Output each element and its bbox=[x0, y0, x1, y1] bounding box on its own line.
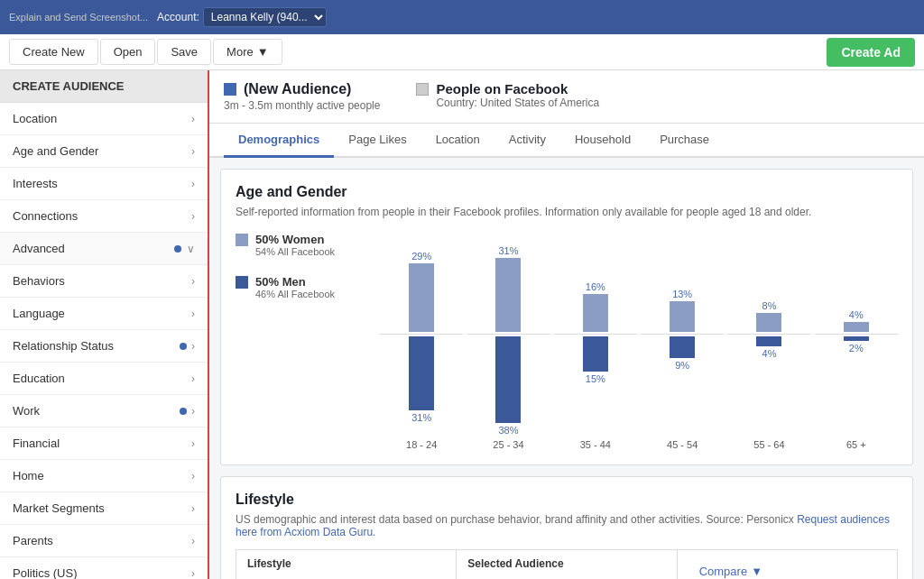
chart-legend: 50% Women 54% All Facebook 50% Men 46% A… bbox=[236, 233, 344, 450]
men-bar bbox=[583, 336, 608, 372]
create-new-button[interactable]: Create New bbox=[9, 39, 98, 65]
men-bar-container: 2% bbox=[844, 336, 869, 436]
men-bar-label: 9% bbox=[675, 360, 689, 371]
men-bar-container: 38% bbox=[495, 336, 521, 436]
men-bar bbox=[844, 336, 869, 341]
men-pct: 50% Men bbox=[255, 275, 335, 289]
sidebar-item-work[interactable]: Work › bbox=[0, 395, 208, 427]
divider bbox=[727, 334, 810, 335]
sidebar-item-label: Parents bbox=[13, 534, 53, 547]
account-dropdown[interactable]: Leanna Kelly (940... bbox=[203, 7, 327, 27]
sidebar-item-market-segments[interactable]: Market Segments › bbox=[0, 492, 208, 525]
save-button[interactable]: Save bbox=[157, 39, 211, 65]
chevron-right-icon: › bbox=[191, 308, 195, 320]
people-label: People on Facebook bbox=[436, 81, 599, 96]
age-label: 18 - 24 bbox=[406, 439, 437, 450]
tab-demographics[interactable]: Demographics bbox=[224, 124, 334, 158]
sidebar-item-financial[interactable]: Financial › bbox=[0, 427, 208, 460]
tab-location[interactable]: Location bbox=[421, 124, 494, 158]
chevron-right-icon: › bbox=[191, 567, 195, 580]
age-label: 35 - 44 bbox=[580, 439, 611, 450]
chevron-right-icon: › bbox=[191, 405, 195, 418]
create-ad-button[interactable]: Create Ad bbox=[827, 38, 915, 67]
sidebar-item-label: Location bbox=[13, 112, 57, 125]
audience-title: (New Audience) bbox=[224, 81, 380, 97]
more-label: More bbox=[226, 45, 254, 59]
women-color-box bbox=[236, 234, 248, 246]
chevron-right-icon: › bbox=[191, 535, 195, 547]
women-bar-label: 29% bbox=[411, 251, 431, 262]
tab-page-likes[interactable]: Page Likes bbox=[334, 124, 420, 158]
sidebar-header: CREATE AUDIENCE bbox=[0, 70, 208, 103]
sidebar-item-age-gender[interactable]: Age and Gender › bbox=[0, 135, 208, 168]
sidebar-item-label: Market Segments bbox=[13, 501, 105, 515]
audience-subtitle: 3m - 3.5m monthly active people bbox=[224, 99, 380, 112]
col-header-lifestyle: Lifestyle bbox=[236, 550, 457, 579]
col-header-compare: Compare ▼ bbox=[678, 550, 897, 579]
women-bar bbox=[844, 322, 869, 332]
sidebar-item-location[interactable]: Location › bbox=[0, 103, 208, 135]
sidebar-item-parents[interactable]: Parents › bbox=[0, 525, 208, 557]
dot-icon bbox=[180, 343, 187, 350]
lifestyle-table: Lifestyle Selected Audience Compare ▼ bbox=[236, 549, 898, 579]
women-bar-label: 4% bbox=[849, 309, 864, 320]
chevron-down-icon: ▼ bbox=[257, 45, 269, 59]
col-header-selected: Selected Audience bbox=[457, 550, 677, 579]
open-button[interactable]: Open bbox=[100, 39, 156, 65]
tab-purchase[interactable]: Purchase bbox=[645, 124, 724, 158]
account-label: Account: bbox=[157, 11, 199, 23]
men-bar-label: 38% bbox=[498, 425, 518, 436]
tabs-bar: Demographics Page Likes Location Activit… bbox=[209, 124, 924, 158]
women-bar-container: 8% bbox=[756, 233, 781, 332]
audience-right: People on Facebook Country: United State… bbox=[416, 81, 599, 112]
women-bar-label: 16% bbox=[586, 281, 605, 292]
people-checkbox[interactable] bbox=[416, 83, 429, 96]
age-label: 65 + bbox=[846, 439, 866, 450]
dot-icon bbox=[174, 245, 181, 253]
explain-label[interactable]: Explain and Send Screenshot... bbox=[9, 12, 148, 23]
sidebar-item-politics-us[interactable]: Politics (US) › bbox=[0, 557, 208, 579]
men-sub: 46% All Facebook bbox=[255, 289, 335, 299]
country-label: Country: United States of America bbox=[436, 96, 599, 109]
sidebar-item-behaviors[interactable]: Behaviors › bbox=[0, 265, 208, 298]
section-description: Self-reported information from people in… bbox=[236, 206, 898, 218]
sidebar-item-education[interactable]: Education › bbox=[0, 363, 208, 395]
audience-header: (New Audience) 3m - 3.5m monthly active … bbox=[209, 70, 924, 124]
women-bar-label: 31% bbox=[498, 245, 518, 256]
chevron-right-icon: › bbox=[191, 178, 195, 190]
sidebar-item-language[interactable]: Language › bbox=[0, 298, 208, 330]
sidebar-item-label: Behaviors bbox=[13, 274, 65, 288]
divider bbox=[554, 334, 637, 335]
sidebar-item-advanced[interactable]: Advanced ∨ bbox=[0, 233, 208, 265]
tab-activity[interactable]: Activity bbox=[494, 124, 560, 158]
sidebar-item-label: Home bbox=[13, 469, 44, 482]
sidebar: CREATE AUDIENCE Location › Age and Gende… bbox=[0, 70, 209, 579]
men-bar-container: 4% bbox=[756, 336, 781, 436]
men-bar-label: 31% bbox=[411, 412, 431, 423]
sidebar-item-connections[interactable]: Connections › bbox=[0, 200, 208, 233]
men-color-box bbox=[236, 276, 248, 289]
compare-button[interactable]: Compare ▼ bbox=[688, 557, 773, 579]
sidebar-item-interests[interactable]: Interests › bbox=[0, 168, 208, 200]
women-bar-container: 4% bbox=[844, 233, 869, 332]
sidebar-item-label: Politics (US) bbox=[13, 566, 78, 579]
section-title: Age and Gender bbox=[236, 184, 898, 200]
sidebar-item-label: Interests bbox=[13, 177, 58, 190]
divider bbox=[380, 334, 463, 335]
advanced-controls: ∨ bbox=[174, 243, 195, 255]
more-button[interactable]: More ▼ bbox=[213, 39, 282, 65]
menu-bar: Create New Open Save More ▼ Create Ad bbox=[0, 34, 924, 70]
sidebar-item-label: Age and Gender bbox=[13, 144, 98, 158]
age-column-18---24: 29% 31% 18 - 24 bbox=[380, 233, 463, 450]
chevron-right-icon: › bbox=[191, 145, 195, 158]
tab-household[interactable]: Household bbox=[560, 124, 645, 158]
sidebar-item-relationship[interactable]: Relationship Status › bbox=[0, 330, 208, 363]
sidebar-item-home[interactable]: Home › bbox=[0, 460, 208, 492]
divider bbox=[815, 334, 898, 335]
bar-chart: 29% 31% 18 - 24 31% 38% 25 - 34 16% 15% bbox=[380, 233, 898, 450]
men-bar-label: 2% bbox=[849, 343, 864, 354]
women-bar-container: 16% bbox=[583, 233, 608, 332]
audience-checkbox[interactable] bbox=[224, 83, 236, 96]
women-bar bbox=[756, 313, 781, 332]
chevron-right-icon: › bbox=[191, 372, 195, 385]
